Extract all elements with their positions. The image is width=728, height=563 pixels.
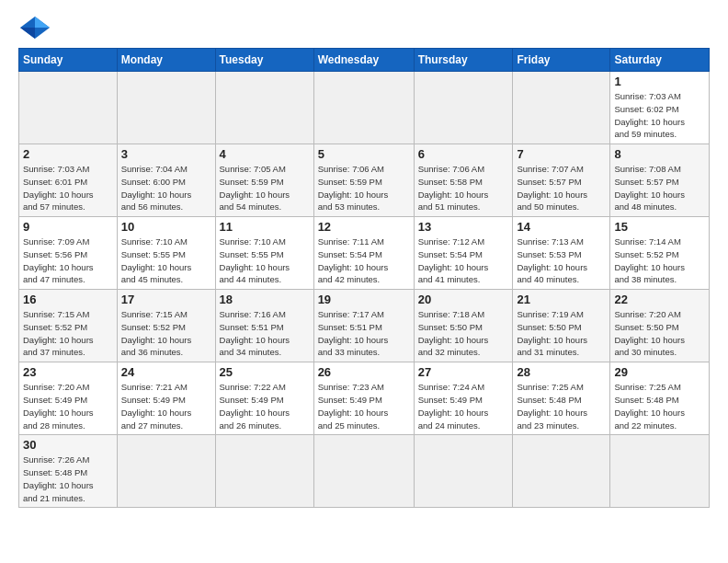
day-info-text: Sunrise: 7:07 AM Sunset: 5:57 PM Dayligh…: [517, 163, 606, 213]
day-number: 28: [517, 365, 606, 379]
day-info-text: Sunrise: 7:09 AM Sunset: 5:56 PM Dayligh…: [23, 236, 113, 286]
day-info-text: Sunrise: 7:22 AM Sunset: 5:49 PM Dayligh…: [220, 381, 310, 431]
calendar-week-row: 9Sunrise: 7:09 AM Sunset: 5:56 PM Daylig…: [19, 217, 710, 290]
day-info-text: Sunrise: 7:17 AM Sunset: 5:51 PM Dayligh…: [318, 308, 410, 359]
day-info-text: Sunrise: 7:18 AM Sunset: 5:50 PM Dayligh…: [418, 308, 509, 359]
day-number: 18: [220, 293, 310, 306]
calendar-day-cell: 30Sunrise: 7:26 AM Sunset: 5:48 PM Dayli…: [19, 435, 118, 508]
calendar-day-cell: 22Sunrise: 7:20 AM Sunset: 5:50 PM Dayli…: [610, 290, 710, 362]
calendar-day-cell: [414, 435, 513, 508]
calendar-day-header: Monday: [117, 49, 215, 72]
day-info-text: Sunrise: 7:19 AM Sunset: 5:50 PM Dayligh…: [517, 308, 606, 359]
day-number: 29: [614, 365, 705, 379]
day-info-text: Sunrise: 7:21 AM Sunset: 5:49 PM Dayligh…: [121, 381, 211, 431]
day-info-text: Sunrise: 7:10 AM Sunset: 5:55 PM Dayligh…: [121, 236, 211, 286]
day-number: 8: [614, 147, 705, 161]
calendar-day-cell: 29Sunrise: 7:25 AM Sunset: 5:48 PM Dayli…: [610, 362, 710, 435]
day-info-text: Sunrise: 7:23 AM Sunset: 5:49 PM Dayligh…: [318, 381, 410, 431]
day-info-text: Sunrise: 7:04 AM Sunset: 6:00 PM Dayligh…: [121, 163, 211, 213]
day-number: 16: [23, 293, 113, 306]
calendar-day-cell: 25Sunrise: 7:22 AM Sunset: 5:49 PM Dayli…: [215, 362, 313, 435]
logo: [18, 15, 55, 40]
day-number: 20: [418, 293, 509, 306]
svg-marker-1: [35, 17, 50, 28]
calendar-day-cell: [19, 72, 118, 144]
calendar-day-cell: 5Sunrise: 7:06 AM Sunset: 5:59 PM Daylig…: [313, 144, 414, 217]
day-info-text: Sunrise: 7:25 AM Sunset: 5:48 PM Dayligh…: [614, 381, 705, 431]
calendar-day-cell: 12Sunrise: 7:11 AM Sunset: 5:54 PM Dayli…: [313, 217, 414, 290]
calendar-day-cell: [117, 435, 215, 508]
calendar-day-cell: 2Sunrise: 7:03 AM Sunset: 6:01 PM Daylig…: [19, 144, 118, 217]
day-number: 30: [23, 438, 113, 452]
calendar-day-header: Tuesday: [215, 49, 313, 72]
day-info-text: Sunrise: 7:26 AM Sunset: 5:48 PM Dayligh…: [23, 454, 113, 504]
day-info-text: Sunrise: 7:03 AM Sunset: 6:02 PM Dayligh…: [614, 90, 705, 141]
calendar-day-cell: 19Sunrise: 7:17 AM Sunset: 5:51 PM Dayli…: [313, 290, 414, 362]
day-number: 6: [418, 147, 509, 161]
calendar-header-row: SundayMondayTuesdayWednesdayThursdayFrid…: [19, 49, 710, 72]
day-info-text: Sunrise: 7:05 AM Sunset: 5:59 PM Dayligh…: [220, 163, 310, 213]
day-number: 27: [418, 365, 509, 379]
calendar-week-row: 23Sunrise: 7:20 AM Sunset: 5:49 PM Dayli…: [19, 362, 710, 435]
calendar-day-header: Saturday: [610, 49, 710, 72]
calendar-day-cell: [513, 72, 610, 144]
calendar-week-row: 2Sunrise: 7:03 AM Sunset: 6:01 PM Daylig…: [19, 144, 710, 217]
day-number: 1: [614, 75, 705, 88]
calendar-day-cell: [313, 72, 414, 144]
calendar-day-cell: 20Sunrise: 7:18 AM Sunset: 5:50 PM Dayli…: [414, 290, 513, 362]
day-number: 19: [318, 293, 410, 306]
day-number: 10: [121, 220, 211, 234]
day-number: 23: [23, 365, 113, 379]
day-number: 14: [517, 220, 606, 234]
day-info-text: Sunrise: 7:03 AM Sunset: 6:01 PM Dayligh…: [23, 163, 113, 213]
day-number: 12: [318, 220, 410, 234]
calendar-day-cell: 15Sunrise: 7:14 AM Sunset: 5:52 PM Dayli…: [610, 217, 710, 290]
calendar-day-header: Sunday: [19, 49, 118, 72]
day-number: 11: [220, 220, 310, 234]
day-number: 21: [517, 293, 606, 306]
calendar-day-cell: [117, 72, 215, 144]
svg-marker-2: [20, 28, 35, 39]
day-info-text: Sunrise: 7:10 AM Sunset: 5:55 PM Dayligh…: [220, 236, 310, 286]
day-number: 17: [121, 293, 211, 306]
calendar-day-cell: 28Sunrise: 7:25 AM Sunset: 5:48 PM Dayli…: [513, 362, 610, 435]
calendar-day-cell: 10Sunrise: 7:10 AM Sunset: 5:55 PM Dayli…: [117, 217, 215, 290]
calendar-week-row: 30Sunrise: 7:26 AM Sunset: 5:48 PM Dayli…: [19, 435, 710, 508]
calendar-day-cell: [215, 435, 313, 508]
calendar-day-cell: 26Sunrise: 7:23 AM Sunset: 5:49 PM Dayli…: [313, 362, 414, 435]
calendar-day-cell: 1Sunrise: 7:03 AM Sunset: 6:02 PM Daylig…: [610, 72, 710, 144]
day-info-text: Sunrise: 7:06 AM Sunset: 5:59 PM Dayligh…: [318, 163, 410, 213]
page-header: [18, 15, 710, 40]
calendar-day-header: Friday: [513, 49, 610, 72]
day-info-text: Sunrise: 7:15 AM Sunset: 5:52 PM Dayligh…: [121, 308, 211, 359]
calendar-day-cell: 17Sunrise: 7:15 AM Sunset: 5:52 PM Dayli…: [117, 290, 215, 362]
logo-icon: [18, 15, 51, 40]
calendar-week-row: 1Sunrise: 7:03 AM Sunset: 6:02 PM Daylig…: [19, 72, 710, 144]
calendar-day-cell: 14Sunrise: 7:13 AM Sunset: 5:53 PM Dayli…: [513, 217, 610, 290]
day-number: 3: [121, 147, 211, 161]
calendar-day-cell: 4Sunrise: 7:05 AM Sunset: 5:59 PM Daylig…: [215, 144, 313, 217]
day-info-text: Sunrise: 7:15 AM Sunset: 5:52 PM Dayligh…: [23, 308, 113, 359]
calendar-day-header: Thursday: [414, 49, 513, 72]
day-info-text: Sunrise: 7:24 AM Sunset: 5:49 PM Dayligh…: [418, 381, 509, 431]
day-number: 15: [614, 220, 705, 234]
calendar-day-cell: 24Sunrise: 7:21 AM Sunset: 5:49 PM Dayli…: [117, 362, 215, 435]
day-number: 2: [23, 147, 113, 161]
calendar-day-cell: 13Sunrise: 7:12 AM Sunset: 5:54 PM Dayli…: [414, 217, 513, 290]
calendar-day-cell: [215, 72, 313, 144]
day-info-text: Sunrise: 7:13 AM Sunset: 5:53 PM Dayligh…: [517, 236, 606, 286]
calendar-day-cell: 27Sunrise: 7:24 AM Sunset: 5:49 PM Dayli…: [414, 362, 513, 435]
day-number: 7: [517, 147, 606, 161]
calendar-day-cell: 3Sunrise: 7:04 AM Sunset: 6:00 PM Daylig…: [117, 144, 215, 217]
day-number: 22: [614, 293, 705, 306]
day-number: 4: [220, 147, 310, 161]
calendar-week-row: 16Sunrise: 7:15 AM Sunset: 5:52 PM Dayli…: [19, 290, 710, 362]
calendar-day-cell: [513, 435, 610, 508]
calendar-day-cell: [414, 72, 513, 144]
day-info-text: Sunrise: 7:08 AM Sunset: 5:57 PM Dayligh…: [614, 163, 705, 213]
calendar-day-cell: [610, 435, 710, 508]
calendar-day-cell: 7Sunrise: 7:07 AM Sunset: 5:57 PM Daylig…: [513, 144, 610, 217]
calendar-day-cell: 18Sunrise: 7:16 AM Sunset: 5:51 PM Dayli…: [215, 290, 313, 362]
day-number: 13: [418, 220, 509, 234]
calendar-day-cell: 21Sunrise: 7:19 AM Sunset: 5:50 PM Dayli…: [513, 290, 610, 362]
